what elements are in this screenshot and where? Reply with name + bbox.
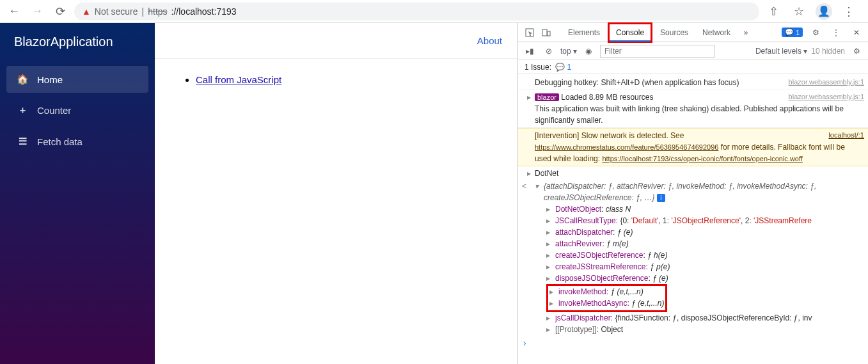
more-tabs-icon[interactable]: » [738,25,754,40]
issues-label: 1 Issue: [525,63,551,72]
log-warning: [Intervention] Slow network is detected.… [518,128,868,166]
svg-rect-2 [548,31,550,36]
warning-icon: ▲ [82,6,91,17]
list-icon: ☰ [17,136,28,147]
app-sidebar: BlazorApplication 🏠 Home ＋ Counter ☰ Fet… [0,23,155,364]
log-entry[interactable]: blazor Loaded 8.89 MB resources blazor.w… [518,90,868,128]
menu-icon[interactable]: ⋮ [840,3,858,20]
devtools-panel: Elements Console Sources Network » 💬 1 ⚙… [517,23,868,364]
warn-link[interactable]: https://localhost:7193/css/open-iconic/f… [602,155,802,162]
object-header[interactable]: {attachDispatcher: ƒ, attachReviver: ƒ, … [535,180,850,203]
source-link[interactable]: blazor.webassembly.js:1 [789,91,864,102]
app-brand: BlazorApplication [0,23,155,61]
obj-prop[interactable]: createJSStreamReference: ƒ p(e) [546,261,850,273]
tab-console[interactable]: Console [610,24,651,41]
plus-icon: ＋ [17,104,28,116]
page-content: Call from JavaScript [155,59,517,101]
obj-prop[interactable]: JSCallResultType: {0: 'Default', 1: 'JSO… [546,215,850,226]
tab-network[interactable]: Network [696,24,737,41]
url-scheme: https [148,6,167,17]
close-devtools-icon[interactable]: ✕ [849,25,864,40]
not-secure-label: Not secure [95,6,138,17]
profile-avatar[interactable]: 👤 [816,3,832,20]
devtools-tabbar: Elements Console Sources Network » 💬 1 ⚙… [518,23,868,42]
obj-prop-invokemethodasync[interactable]: invokeMethodAsync: ƒ (e,t,...n) [549,297,664,309]
context-selector[interactable]: top ▾ [560,47,577,56]
reload-button[interactable]: ⟳ [51,3,69,20]
console-output: Debugging hotkey: Shift+Alt+D (when appl… [518,74,868,364]
home-icon: 🏠 [17,74,28,85]
obj-prop[interactable]: attachDispatcher: ƒ (e) [546,226,850,238]
page-topbar: About [155,23,517,59]
obj-prop[interactable]: createJSObjectReference: ƒ h(e) [546,249,850,261]
sidebar-item-home[interactable]: 🏠 Home [6,66,148,93]
svg-rect-1 [542,29,547,36]
sidebar-item-label: Home [37,74,63,85]
device-icon[interactable] [539,25,554,40]
url-rest: ://localhost:7193 [171,6,237,17]
obj-prop-invokemethod[interactable]: invokeMethod: ƒ (e,t,...n) [549,286,664,297]
call-from-js-link[interactable]: Call from JavaScript [196,74,281,85]
log-entry: Debugging hotkey: Shift+Alt+D (when appl… [518,75,868,90]
warn-link[interactable]: https://www.chromestatus.com/feature/563… [535,143,718,151]
obj-prop[interactable]: [[Prototype]]: Object [546,324,850,335]
sidebar-item-fetchdata[interactable]: ☰ Fetch data [6,128,148,155]
eye-icon[interactable]: ◉ [581,44,596,59]
kebab-icon[interactable]: ⋮ [828,25,844,40]
source-link[interactable]: localhost/:1 [828,130,864,141]
bookmark-icon[interactable]: ☆ [790,3,808,20]
obj-prop[interactable]: disposeJSObjectReference: ƒ (e) [546,273,850,284]
sidebar-item-label: Fetch data [37,136,83,147]
tab-elements[interactable]: Elements [562,24,606,41]
filter-input[interactable] [600,45,715,58]
address-bar[interactable]: ▲ Not secure | https://localhost:7193 [74,3,759,20]
sidebar-item-counter[interactable]: ＋ Counter [6,97,148,124]
about-link[interactable]: About [477,35,502,46]
highlighted-methods: invokeMethod: ƒ (e,t,...n) invokeMethodA… [546,284,667,312]
source-link[interactable]: blazor.webassembly.js:1 [789,77,864,88]
page-area: About Call from JavaScript [155,23,517,364]
sidebar-item-label: Counter [37,105,71,116]
settings-icon[interactable]: ⚙ [808,25,823,40]
forward-button[interactable]: → [28,3,46,20]
tab-sources[interactable]: Sources [654,24,695,41]
back-button[interactable]: ← [5,3,23,20]
inspect-icon[interactable] [522,25,537,40]
gear-icon[interactable]: ⚙ [849,44,864,59]
clear-console-icon[interactable]: ⊘ [541,44,556,59]
obj-prop[interactable]: attachReviver: ƒ m(e) [546,238,850,249]
obj-prop[interactable]: jsCallDispatcher: {findJSFunction: ƒ, di… [546,312,850,324]
console-toolbar: ▸▮ ⊘ top ▾ ◉ Default levels ▾ 10 hidden … [518,42,868,60]
obj-prop[interactable]: DotNetObject: class N [546,203,850,215]
messages-badge[interactable]: 💬 1 [782,28,803,37]
log-entry[interactable]: DotNet [518,166,868,180]
share-icon[interactable]: ⇧ [764,3,782,20]
log-levels[interactable]: Default levels ▾ [755,47,807,56]
browser-toolbar: ← → ⟳ ▲ Not secure | https://localhost:7… [0,0,868,23]
sidebar-toggle-icon[interactable]: ▸▮ [522,44,537,59]
issues-bar[interactable]: 1 Issue: 💬 1 [518,60,868,74]
hidden-count: 10 hidden [811,47,845,56]
console-prompt[interactable]: › [518,336,868,350]
info-icon[interactable]: i [657,194,665,202]
